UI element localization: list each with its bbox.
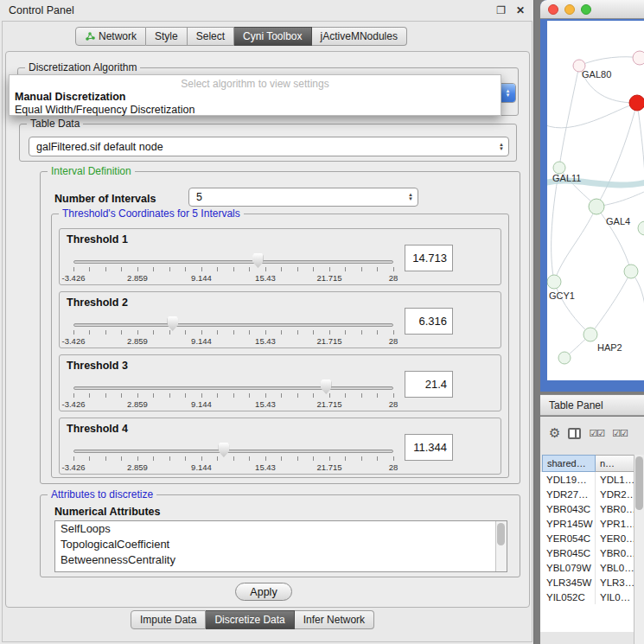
table-row[interactable]: YIL052CYIL0…: [542, 590, 644, 604]
columns-icon[interactable]: [568, 428, 581, 439]
network-window-titlebar[interactable]: [540, 0, 644, 19]
tab-jactivemnodules[interactable]: jActiveMNodules: [312, 27, 407, 46]
combo-stepper-icon[interactable]: ▲▼: [501, 84, 515, 102]
scale-label: 9.144: [191, 273, 212, 283]
attribute-item[interactable]: SelfLoops: [55, 521, 507, 537]
slider-track[interactable]: [73, 450, 393, 453]
scrollbar-thumb[interactable]: [635, 456, 643, 510]
slider-thumb[interactable]: [321, 379, 332, 394]
scale-label: 21.715: [316, 399, 341, 409]
tab-cyni-toolbox[interactable]: Cyni Toolbox: [234, 27, 311, 46]
scale-label: 28: [389, 273, 399, 283]
combo-stepper-icon[interactable]: ▲▼: [494, 143, 508, 151]
scale-label: 15.43: [255, 273, 276, 283]
minimize-traffic-light-icon[interactable]: [564, 4, 575, 15]
tab-impute-data[interactable]: Impute Data: [131, 610, 206, 629]
gear-icon[interactable]: ⚙: [549, 425, 560, 441]
network-node[interactable]: [558, 352, 571, 364]
attributes-scrollbar[interactable]: [495, 521, 507, 571]
tab-discretize-data[interactable]: Discretize Data: [206, 610, 294, 629]
scale-label: 2.859: [127, 399, 148, 409]
control-panel-titlebar[interactable]: Control Panel ❐ ✕: [0, 0, 533, 21]
table-row[interactable]: YDL19…YDL1…: [542, 472, 644, 487]
network-graph[interactable]: GAL80 GAL11 GAL4 GCY1 HAP2: [547, 21, 644, 380]
threshold-value-field[interactable]: 11.344: [405, 434, 453, 461]
tab-network[interactable]: Network: [75, 27, 146, 46]
network-node-selected[interactable]: [629, 95, 644, 111]
network-node[interactable]: [589, 199, 604, 214]
threshold-value-field[interactable]: 21.4: [405, 371, 453, 398]
threshold-slider[interactable]: -3.4262.8599.14415.4321.71528: [73, 313, 393, 348]
combo-stepper-icon[interactable]: ▲▼: [404, 193, 418, 201]
float-window-icon[interactable]: ❐: [496, 4, 506, 16]
scale-label: 21.715: [316, 462, 341, 472]
table-rows: YDL19…YDL1…YDR27…YDR2…YBR043CYBR0…YPR145…: [542, 472, 644, 604]
scrollbar-thumb[interactable]: [497, 523, 505, 545]
tab-select[interactable]: Select: [188, 27, 234, 46]
number-of-intervals-select[interactable]: 5 ▲▼: [188, 188, 418, 207]
column-header[interactable]: shared…: [542, 455, 596, 472]
interval-definition-group: Interval Definition Number of Intervals …: [40, 171, 520, 484]
network-node[interactable]: [583, 328, 597, 341]
threshold-row: Threshold 3 -3.4262.8599.14415.4321.7152…: [59, 354, 501, 411]
node-label: GAL11: [552, 173, 581, 183]
numerical-attributes-list[interactable]: SelfLoopsTopologicalCoefficientBetweenne…: [54, 520, 507, 572]
slider-track[interactable]: [73, 323, 393, 327]
scale-label: 15.43: [255, 462, 276, 472]
top-tab-bar: NetworkStyleSelectCyni ToolboxjActiveMNo…: [75, 27, 407, 46]
close-window-icon[interactable]: ✕: [516, 4, 525, 16]
threshold-value-field[interactable]: 6.316: [405, 308, 453, 335]
threshold-value-field[interactable]: 14.713: [405, 245, 453, 271]
attribute-item[interactable]: BetweennessCentrality: [55, 552, 507, 568]
apply-button[interactable]: Apply: [235, 583, 292, 601]
threshold-slider[interactable]: -3.4262.8599.14415.4321.71528: [73, 250, 393, 284]
slider-ticks: [73, 267, 394, 271]
scale-label: 28: [389, 462, 399, 472]
table-cell: YDR27…: [542, 487, 596, 501]
table-data-selected-value: galFiltered.sif default node: [29, 141, 494, 153]
tab-label: jActiveMNodules: [321, 30, 398, 42]
attribute-item[interactable]: TopologicalCoefficient: [55, 537, 507, 552]
slider-thumb[interactable]: [252, 253, 264, 268]
table-cell: YDL19…: [542, 472, 596, 487]
slider-thumb[interactable]: [218, 443, 229, 457]
network-node[interactable]: [553, 162, 565, 174]
select-partial-icon[interactable]: ☑☑: [612, 428, 628, 439]
table-row[interactable]: YLR345WYLR3…: [542, 575, 644, 590]
window-title: Control Panel: [9, 4, 74, 16]
tab-infer-network[interactable]: Infer Network: [295, 610, 374, 629]
network-node[interactable]: [633, 51, 644, 65]
table-row[interactable]: YBR045CYBR0…: [542, 545, 644, 560]
zoom-traffic-light-icon[interactable]: [581, 4, 591, 15]
threshold-slider[interactable]: -3.4262.8599.14415.4321.71528: [73, 439, 393, 474]
network-node[interactable]: [547, 275, 561, 289]
close-traffic-light-icon[interactable]: [548, 4, 558, 15]
table-row[interactable]: YPR145WYPR1…: [542, 516, 644, 531]
tab-label: Style: [155, 30, 178, 42]
tab-style[interactable]: Style: [146, 27, 188, 46]
table-scrollbar[interactable]: [634, 455, 644, 644]
table-row[interactable]: YBR043CYBR0…: [542, 501, 644, 516]
table-panel-titlebar[interactable]: Table Panel: [540, 394, 644, 416]
table-data-select[interactable]: galFiltered.sif default node ▲▼: [29, 137, 509, 156]
number-of-intervals-value: 5: [189, 191, 404, 203]
number-of-intervals-label: Number of Intervals: [54, 193, 156, 205]
slider-thumb[interactable]: [167, 316, 178, 331]
table-row[interactable]: YER054CYER0…: [542, 531, 644, 545]
threshold-label: Threshold 4: [67, 423, 128, 435]
threshold-slider[interactable]: -3.4262.8599.14415.4321.71528: [73, 376, 393, 411]
table-row[interactable]: YBL079WYBL0…: [542, 560, 644, 575]
desktop: Control Panel ❐ ✕ NetworkStyleSelectCyni…: [0, 0, 644, 644]
table-row[interactable]: YDR27…YDR2…: [542, 487, 644, 501]
select-all-icon[interactable]: ☑☑: [589, 428, 604, 439]
slider-track[interactable]: [73, 260, 393, 264]
tab-label: Infer Network: [303, 614, 365, 626]
network-tab-icon: [85, 31, 95, 41]
network-node[interactable]: [624, 265, 638, 278]
network-node[interactable]: [638, 221, 644, 235]
dropdown-option-manual-discretization[interactable]: Manual Discretization: [10, 91, 501, 104]
slider-track[interactable]: [73, 386, 393, 390]
network-canvas[interactable]: GAL80 GAL11 GAL4 GCY1 HAP2: [547, 21, 644, 380]
dropdown-option-equal-width-frequency[interactable]: Equal Width/Frequency Discretization: [10, 104, 501, 117]
scale-label: -3.426: [62, 462, 86, 472]
